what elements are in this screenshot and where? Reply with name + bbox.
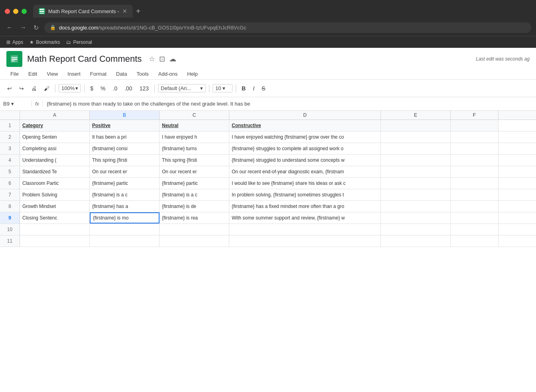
cell-A9[interactable]: Closing Sentenc (20, 212, 90, 223)
cell-D4[interactable]: {firstname} struggled to understand some… (229, 155, 381, 166)
cell-C8[interactable]: {firstname} is de (160, 201, 229, 212)
cell-F11[interactable] (451, 235, 499, 247)
cell-F5[interactable] (451, 166, 499, 177)
cell-A5[interactable]: Standardized Te (20, 166, 90, 177)
cell-B2[interactable]: It has been a pri (90, 131, 160, 143)
cell-A7[interactable]: Problem Solving (20, 189, 90, 200)
cell-E3[interactable] (381, 143, 451, 154)
fullscreen-window-button[interactable] (22, 9, 27, 14)
cell-F2[interactable] (451, 131, 499, 143)
menu-help[interactable]: Help (183, 69, 202, 78)
spreadsheet-container[interactable]: A B C D E F 1 Category Positive Neutral … (0, 111, 536, 392)
active-tab[interactable]: Math Report Card Comments - ✕ (33, 5, 133, 18)
menu-data[interactable]: Data (112, 69, 131, 78)
back-button[interactable]: ← (5, 22, 14, 33)
cell-B6[interactable]: {firstname} partic (90, 178, 160, 189)
bookmark-apps[interactable]: ⊞ Apps (6, 39, 23, 45)
cell-E6[interactable] (381, 178, 451, 189)
cloud-save-icon[interactable]: ☁ (169, 55, 176, 63)
move-to-folder-icon[interactable]: ⊡ (159, 55, 165, 63)
bold-button[interactable]: B (239, 84, 248, 93)
number-format-button[interactable]: 123 (137, 84, 151, 93)
cell-C6[interactable]: {firstname} partic (160, 178, 229, 189)
cell-E1[interactable] (381, 120, 451, 131)
cell-B7[interactable]: {firstname} is a c (90, 189, 160, 200)
cell-D5[interactable]: On our recent end-of-year diagnostic exa… (229, 166, 381, 177)
zoom-selector[interactable]: 100% ▾ (59, 84, 81, 92)
cell-E11[interactable] (381, 235, 451, 247)
cell-A10[interactable] (20, 224, 90, 235)
cell-D6[interactable]: I would like to see {firstname} share hi… (229, 178, 381, 189)
menu-addons[interactable]: Add-ons (154, 69, 181, 78)
bookmark-bookmarks[interactable]: ★ Bookmarks (30, 39, 60, 45)
cell-C11[interactable] (160, 235, 229, 247)
cell-D9[interactable]: With some summer support and review, {fi… (229, 212, 381, 223)
col-header-C[interactable]: C (160, 111, 229, 120)
address-bar[interactable]: 🔒 docs.google.com/spreadsheets/d/1NG-cB_… (44, 22, 531, 33)
forward-button[interactable]: → (18, 22, 28, 33)
cell-C5[interactable]: On our recent er (160, 166, 229, 177)
cell-E10[interactable] (381, 224, 451, 235)
col-header-F[interactable]: F (451, 111, 499, 120)
undo-button[interactable]: ↩ (5, 84, 14, 93)
decimal-more-button[interactable]: .00 (122, 84, 134, 93)
cell-F1[interactable] (451, 120, 499, 131)
menu-tools[interactable]: Tools (132, 69, 152, 78)
close-window-button[interactable] (5, 9, 10, 14)
bookmark-personal[interactable]: 🗂 Personal (66, 39, 92, 45)
formula-content[interactable]: {firstname} is more than ready to take o… (43, 101, 536, 107)
cell-B8[interactable]: {firstname} has a (90, 201, 160, 212)
cell-C10[interactable] (160, 224, 229, 235)
decimal-less-button[interactable]: .0 (110, 84, 120, 93)
cell-F4[interactable] (451, 155, 499, 166)
currency-button[interactable]: $ (88, 84, 96, 93)
cell-D2[interactable]: I have enjoyed watching {firstname} grow… (229, 131, 381, 143)
cell-C2[interactable]: I have enjoyed h (160, 131, 229, 143)
cell-reference[interactable]: B9 ▾ (0, 101, 32, 107)
col-header-B[interactable]: B (90, 111, 160, 120)
cell-F3[interactable] (451, 143, 499, 154)
cell-E7[interactable] (381, 189, 451, 200)
cell-B5[interactable]: On our recent er (90, 166, 160, 177)
cell-B11[interactable] (90, 235, 160, 247)
menu-insert[interactable]: Insert (63, 69, 85, 78)
cell-D10[interactable] (229, 224, 381, 235)
cell-D3[interactable]: {firstname} struggles to complete all as… (229, 143, 381, 154)
print-button[interactable]: 🖨 (29, 84, 39, 93)
cell-D8[interactable]: {firstname} has a fixed mindset more oft… (229, 201, 381, 212)
new-tab-button[interactable]: + (136, 7, 141, 16)
italic-button[interactable]: I (250, 84, 257, 93)
cell-A2[interactable]: Opening Senten (20, 131, 90, 143)
cell-B1[interactable]: Positive (90, 120, 160, 131)
cell-D11[interactable] (229, 235, 381, 247)
cell-A11[interactable] (20, 235, 90, 247)
font-family-selector[interactable]: Default (Ari... ▾ (158, 84, 206, 92)
paint-format-button[interactable]: 🖌 (41, 84, 52, 93)
cell-C4[interactable]: This spring {firsti (160, 155, 229, 166)
cell-E2[interactable] (381, 131, 451, 143)
cell-B10[interactable] (90, 224, 160, 235)
cell-E9[interactable] (381, 212, 451, 223)
tab-close-button[interactable]: ✕ (122, 8, 127, 14)
cell-A8[interactable]: Growth Mindset (20, 201, 90, 212)
cell-A6[interactable]: Classroom Partic (20, 178, 90, 189)
cell-B4[interactable]: This spring {firsti (90, 155, 160, 166)
menu-view[interactable]: View (43, 69, 62, 78)
cell-C1[interactable]: Neutral (160, 120, 229, 131)
cell-A1[interactable]: Category (20, 120, 90, 131)
col-header-E[interactable]: E (381, 111, 451, 120)
col-header-A[interactable]: A (20, 111, 90, 120)
col-header-D[interactable]: D (229, 111, 381, 120)
strikethrough-button[interactable]: S (259, 84, 268, 93)
cell-E8[interactable] (381, 201, 451, 212)
font-size-selector[interactable]: 10 ▾ (213, 84, 233, 92)
reload-button[interactable]: ↻ (32, 22, 40, 33)
cell-D7[interactable]: In problem solving, {firstname} sometime… (229, 189, 381, 200)
menu-file[interactable]: File (6, 69, 23, 78)
cell-F9[interactable] (451, 212, 499, 223)
cell-A4[interactable]: Understanding ( (20, 155, 90, 166)
cell-C3[interactable]: {firstname} turns (160, 143, 229, 154)
minimize-window-button[interactable] (13, 9, 18, 14)
cell-E5[interactable] (381, 166, 451, 177)
cell-D1[interactable]: Constructive (229, 120, 381, 131)
